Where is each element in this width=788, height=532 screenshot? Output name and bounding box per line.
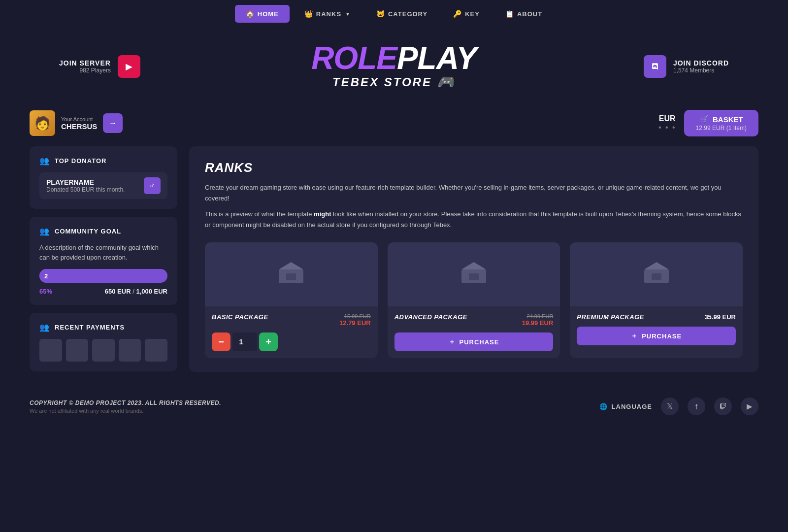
basket-icon: 🛒 <box>699 115 709 124</box>
payment-avatar-5 <box>145 339 167 362</box>
payment-avatar-2 <box>66 339 89 362</box>
package-img-icon-basic <box>276 260 306 290</box>
join-discord-button[interactable] <box>644 55 666 78</box>
svg-marker-4 <box>461 262 486 269</box>
purchase-button-premium[interactable]: ＋ PURCHASE <box>577 327 736 345</box>
package-new-price-basic: 12.79 EUR <box>339 319 371 327</box>
donator-badge: ♂ <box>144 177 161 194</box>
footer: COPYRIGHT © DEMO PROJECT 2023. ALL RIGHT… <box>0 387 788 426</box>
nav-item-home[interactable]: 🏠 HOME <box>235 5 290 23</box>
nav-item-category[interactable]: 🐱 CATEGORY <box>365 5 438 23</box>
package-img-icon-advanced <box>459 260 489 290</box>
account-label: Your Account <box>61 116 97 122</box>
qty-control-basic: − + <box>212 332 371 351</box>
account-bar: 🧑 Your Account CHERSUS → EUR • • • 🛒 BAS… <box>0 105 788 141</box>
progress-number: 2 <box>44 272 48 280</box>
join-discord-sub: 1,574 Members <box>673 67 729 74</box>
currency-label: EUR <box>658 114 676 123</box>
crown-icon: 👑 <box>304 10 313 18</box>
avatar: 🧑 <box>30 110 55 136</box>
plus-icon-premium: ＋ <box>631 332 638 340</box>
top-donator-card: 👥 TOP DONATOR PLAYERNAME Donated 500 EUR… <box>30 146 177 209</box>
youtube-icon[interactable]: ▶ <box>741 398 758 415</box>
navbar: 🏠 HOME 👑 RANKS ▼ 🐱 CATEGORY 🔑 KEY 📋 ABOU… <box>0 0 788 28</box>
logo-roleplay: ROLEPLAY <box>311 42 477 74</box>
plus-icon-advanced: ＋ <box>449 337 456 346</box>
logout-button[interactable]: → <box>103 113 123 133</box>
currency-dots: • • • <box>658 123 676 132</box>
nav-item-key[interactable]: 🔑 KEY <box>442 5 491 23</box>
nav-item-about[interactable]: 📋 ABOUT <box>494 5 553 23</box>
basket-button[interactable]: 🛒 BASKET 12.99 EUR (1 Item) <box>684 110 758 136</box>
payment-avatar-3 <box>92 339 115 362</box>
qty-plus-basic[interactable]: + <box>259 332 278 351</box>
gamepad-icon: 🎮 <box>437 74 456 90</box>
package-name-premium: PREMIUM PACKAGE <box>577 313 644 321</box>
facebook-icon[interactable]: f <box>688 398 705 415</box>
hero-section: JOIN SERVER 982 Players ▶ ROLEPLAY TEBEX… <box>0 28 788 100</box>
basket-sub: 12.99 EUR (1 Item) <box>696 125 747 132</box>
package-name-advanced: ADVANCED PACKAGE <box>394 313 467 321</box>
package-card-advanced: ADVANCED PACKAGE 24.99 EUR 19.99 EUR ＋ P… <box>388 242 560 358</box>
svg-marker-7 <box>644 262 669 269</box>
twitter-icon[interactable]: 𝕏 <box>661 398 679 415</box>
progress-bar: 2 <box>39 269 167 283</box>
package-pricing-advanced: 24.99 EUR 19.99 EUR <box>522 313 554 327</box>
key-icon: 🔑 <box>453 10 462 18</box>
package-img-advanced <box>388 242 560 306</box>
category-icon: 🐱 <box>376 10 385 18</box>
ranks-title: RANKS <box>205 160 743 175</box>
progress-bar-fill: 2 <box>39 269 123 283</box>
footer-left: COPYRIGHT © DEMO PROJECT 2023. ALL RIGHT… <box>30 399 221 414</box>
language-button[interactable]: 🌐 LANGUAGE <box>599 403 652 410</box>
sidebar: 👥 TOP DONATOR PLAYERNAME Donated 500 EUR… <box>30 146 177 372</box>
package-name-row-premium: PREMIUM PACKAGE 35.99 EUR <box>577 313 736 321</box>
payment-avatar-1 <box>39 339 62 362</box>
join-server-button[interactable]: ▶ <box>118 55 140 78</box>
donator-row: PLAYERNAME Donated 500 EUR this month. ♂ <box>39 172 167 199</box>
package-price-premium: 35.99 EUR <box>704 313 736 321</box>
logo: ROLEPLAY TEBEX STORE 🎮 <box>311 42 477 90</box>
globe-icon: 🌐 <box>599 403 608 410</box>
group-icon: 👥 <box>39 227 50 236</box>
package-name-basic: BASIC PACKAGE <box>212 313 268 321</box>
join-discord-block: JOIN DISCORD 1,574 Members <box>644 55 729 78</box>
package-pricing-basic: 15.99 EUR 12.79 EUR <box>339 313 371 327</box>
goal-pct: 65% <box>39 288 52 295</box>
payment-avatar-4 <box>119 339 141 362</box>
affil: We are not affiliated with any real worl… <box>30 408 221 414</box>
payments-row <box>39 339 167 362</box>
package-img-icon-premium <box>642 260 671 290</box>
package-pricing-premium: 35.99 EUR <box>704 313 736 321</box>
join-discord-title: JOIN DISCORD <box>673 59 729 67</box>
package-card-basic: BASIC PACKAGE 15.99 EUR 12.79 EUR − + <box>205 242 378 358</box>
join-server-title: JOIN SERVER <box>59 59 111 67</box>
qty-minus-basic[interactable]: − <box>212 332 230 351</box>
goal-desc: A description of the community goal whic… <box>39 243 167 262</box>
package-new-price-advanced: 19.99 EUR <box>522 319 554 327</box>
purchase-button-advanced[interactable]: ＋ PURCHASE <box>394 332 554 351</box>
packages-grid: BASIC PACKAGE 15.99 EUR 12.79 EUR − + <box>205 242 743 358</box>
payments-icon: 👥 <box>39 323 50 332</box>
package-img-basic <box>205 242 378 306</box>
svg-rect-5 <box>469 273 479 280</box>
goal-amounts: 650 EUR / 1,000 EUR <box>105 288 167 295</box>
footer-right: 🌐 LANGUAGE 𝕏 f ▶ <box>599 398 758 415</box>
nav-item-ranks[interactable]: 👑 RANKS ▼ <box>294 5 361 23</box>
chevron-down-icon: ▼ <box>345 11 351 17</box>
qty-input-basic[interactable] <box>232 332 257 351</box>
basket-area: EUR • • • 🛒 BASKET 12.99 EUR (1 Item) <box>658 110 758 136</box>
logo-tebex: TEBEX STORE 🎮 <box>311 74 477 90</box>
package-name-row-advanced: ADVANCED PACKAGE 24.99 EUR 19.99 EUR <box>394 313 554 327</box>
currency-block: EUR • • • <box>658 114 676 132</box>
svg-marker-1 <box>279 262 303 269</box>
ranks-desc1: Create your dream gaming store with ease… <box>205 182 743 204</box>
copyright: COPYRIGHT © DEMO PROJECT 2023. ALL RIGHT… <box>30 399 221 406</box>
twitch-icon[interactable] <box>714 398 732 415</box>
home-icon: 🏠 <box>246 10 255 18</box>
main-content: 👥 TOP DONATOR PLAYERNAME Donated 500 EUR… <box>0 146 788 372</box>
account-text: Your Account CHERSUS <box>61 116 97 131</box>
clipboard-icon: 📋 <box>505 10 514 18</box>
recent-payments-card: 👥 RECENT PAYMENTS <box>30 313 177 371</box>
join-server-block: JOIN SERVER 982 Players ▶ <box>59 55 140 78</box>
